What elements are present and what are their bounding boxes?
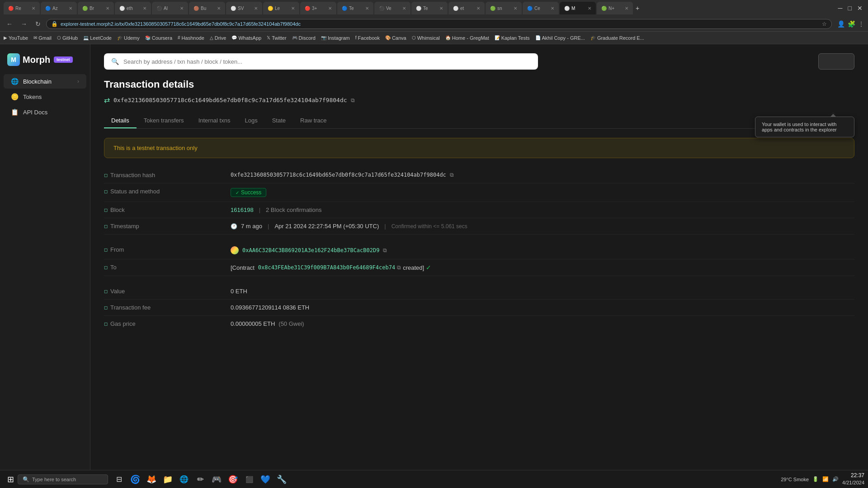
taskbar-search[interactable]: 🔍 Type here to search <box>18 474 108 484</box>
tab-state[interactable]: State <box>265 113 293 128</box>
bookmark-gregmat[interactable]: 🏠 Home - GregMat <box>445 35 489 41</box>
status-badge: ✓ Success <box>231 188 266 197</box>
value-timestamp: 🕐 7 m ago | Apr 21 2024 22:27:54 PM (+05… <box>231 223 854 230</box>
browser-tab-ve[interactable]: ⚫ Ve ✕ <box>374 2 410 14</box>
address-bar[interactable]: 🔒 explorer-testnet.morph2.io/tx/0xfe3213… <box>46 19 832 29</box>
browser-tabs: 🔴 Re ✕ 🔵 Az ✕ 🟢 Br ✕ ⚪ eth ✕ ⚫ Al ✕ 🟤 Bu… <box>4 2 830 14</box>
browser-tab-le[interactable]: 🟡 Le ✕ <box>263 2 299 14</box>
bookmark-youtube[interactable]: ▶ YouTube <box>4 35 28 41</box>
browser-tab-sv[interactable]: ⚪ SV ✕ <box>226 2 262 14</box>
bookmark-facebook[interactable]: f Facebook <box>355 35 380 41</box>
taskbar-app-widgets[interactable]: ⊟ <box>112 472 126 487</box>
twitter-icon: 𝕏 <box>267 35 270 40</box>
taskbar-app-steam[interactable]: 🎯 <box>226 472 240 487</box>
bookmark-coursera[interactable]: 📚 Coursera <box>145 35 172 41</box>
browser-tab-az[interactable]: 🔵 Az ✕ <box>41 2 77 14</box>
forward-button[interactable]: → <box>18 19 30 28</box>
sidebar-item-tokens[interactable]: 🪙 Tokens <box>4 89 86 104</box>
taskbar-app-chrome[interactable]: 🌀 <box>128 472 142 487</box>
api-icon: 📋 <box>11 108 19 116</box>
label-status: ◻ Status and method <box>104 188 231 195</box>
start-button[interactable]: ⊞ <box>4 473 18 486</box>
ts-sep2: | <box>384 223 386 230</box>
extension-icon[interactable]: 🧩 <box>848 20 855 28</box>
search-area: 🔍 <box>104 53 854 70</box>
browser-tab-br[interactable]: 🟢 Br ✕ <box>78 2 114 14</box>
copy-hash-button[interactable]: ⧉ <box>351 97 355 103</box>
taskbar-app-terminal[interactable]: ⬛ <box>242 472 256 487</box>
browser-tab-n[interactable]: 🟢 N+ ✕ <box>597 2 633 14</box>
tab-internal-txns[interactable]: Internal txns <box>191 113 238 128</box>
close-button[interactable]: ✕ <box>855 4 864 13</box>
copy-to-button[interactable]: ⧉ <box>397 264 401 271</box>
maximize-button[interactable]: □ <box>846 4 854 13</box>
connect-wallet-button[interactable] <box>818 53 854 70</box>
sidebar-item-api[interactable]: 📋 API Docs <box>4 105 86 119</box>
bookmark-gmail[interactable]: ✉ Gmail <box>33 35 52 41</box>
bookmark-kaplan[interactable]: 📝 Kaplan Tests <box>495 35 530 41</box>
back-button[interactable]: ← <box>4 19 15 28</box>
star-icon[interactable]: ☆ <box>822 21 827 27</box>
taskbar-app-xbox[interactable]: 🎮 <box>209 472 224 487</box>
gas-gwei-value: (50 Gwei) <box>278 320 304 327</box>
bookmark-akhil[interactable]: 📄 Akhil Copy - GRE... <box>535 35 585 41</box>
taskbar-app-firefox[interactable]: 🦊 <box>144 472 159 487</box>
fee-value: 0.09366771209114 0836 ETH <box>231 304 309 311</box>
browser-tab-te2[interactable]: ⚪ Te ✕ <box>411 2 448 14</box>
from-address-link[interactable]: 0xAA6C32B4C3B869201A3e162F24bBe37BCacB02… <box>242 247 379 253</box>
bookmark-whatsapp[interactable]: 💬 WhatsApp <box>231 35 261 41</box>
tab-logs[interactable]: Logs <box>237 113 264 128</box>
reload-button[interactable]: ↻ <box>33 19 43 28</box>
search-bar[interactable]: 🔍 <box>104 53 538 70</box>
bookmark-instagram[interactable]: 📷 Instagram <box>321 35 350 41</box>
label-timestamp: ◻ Timestamp <box>104 223 231 230</box>
browser-tab-al[interactable]: ⚫ Al ✕ <box>152 2 188 14</box>
browser-tab-eth[interactable]: ⚪ eth ✕ <box>115 2 151 14</box>
settings-icon[interactable]: ⋮ <box>858 20 864 28</box>
clock-time: 22:37 <box>842 472 864 479</box>
search-input[interactable] <box>123 58 531 65</box>
bookmark-drive[interactable]: △ Drive <box>210 35 226 41</box>
taskbar-app-edge[interactable]: 🌐 <box>177 472 191 487</box>
copy-tx-hash-button[interactable]: ⧉ <box>450 172 454 178</box>
hashnode-icon: # <box>178 35 180 40</box>
browser-tab-3[interactable]: 🔴 3+ ✕ <box>300 2 336 14</box>
hash-value-text[interactable]: 0xfe3213608503057718c6c1649bd65e7db0f8c9… <box>231 172 446 178</box>
taskbar-app-vscode2[interactable]: 💙 <box>258 472 273 487</box>
browser-tab-et[interactable]: ⚪ et ✕ <box>448 2 485 14</box>
copy-from-button[interactable]: ⧉ <box>383 247 387 253</box>
block-number-link[interactable]: 1616198 <box>231 206 254 213</box>
browser-tab-bu[interactable]: 🟤 Bu ✕ <box>189 2 225 14</box>
browser-tab-te1[interactable]: 🔵 Te ✕ <box>337 2 373 14</box>
profile-icon[interactable]: 👤 <box>837 20 845 28</box>
ts-sep1: | <box>268 223 269 230</box>
tx-direction-icon: ⇄ <box>104 96 110 104</box>
bookmark-github[interactable]: ⬡ GitHub <box>57 35 78 41</box>
taskbar-app-extra[interactable]: 🔧 <box>274 472 289 487</box>
detail-row-timestamp: ◻ Timestamp 🕐 7 m ago | Apr 21 2024 22:2… <box>104 218 854 235</box>
bookmark-discord[interactable]: 🎮 Discord <box>292 35 316 41</box>
tab-token-transfers[interactable]: Token transfers <box>137 113 191 128</box>
browser-tab-m-active active[interactable]: ⚪ M ✕ <box>560 2 596 14</box>
canva-icon: 🎨 <box>385 35 391 40</box>
bookmark-leetcode[interactable]: 💻 LeetCode <box>83 35 112 41</box>
bookmark-hashnode[interactable]: # Hashnode <box>178 35 204 41</box>
browser-tab-re[interactable]: 🔴 Re ✕ <box>4 2 40 14</box>
browser-tab-sn[interactable]: 🟢 sn ✕ <box>486 2 522 14</box>
sidebar-item-blockchain[interactable]: 🌐 Blockchain › <box>4 74 86 89</box>
bookmark-udemy[interactable]: 🎓 Udemy <box>117 35 140 41</box>
clock-icon: 🕐 <box>231 223 237 230</box>
tab-raw-trace[interactable]: Raw trace <box>293 113 334 128</box>
minimize-button[interactable]: ─ <box>836 4 844 13</box>
taskbar-app-explorer[interactable]: 📁 <box>160 472 175 487</box>
bookmark-gre[interactable]: 🎓 Graduate Record E... <box>590 35 644 41</box>
discord-icon: 🎮 <box>292 35 297 40</box>
new-tab-button[interactable]: + <box>634 4 641 13</box>
taskbar-app-vscode[interactable]: ✏ <box>193 472 208 487</box>
bookmark-twitter[interactable]: 𝕏 Twitter <box>267 35 286 41</box>
tab-details[interactable]: Details <box>104 113 137 128</box>
bookmark-canva[interactable]: 🎨 Canva <box>385 35 406 41</box>
bookmark-whimsical[interactable]: ⬡ Whimsical <box>412 35 440 41</box>
contract-address-link[interactable]: 0x8c43FEAbe31C39f009B7A843b0Fe64689F4ceb… <box>258 264 395 271</box>
browser-tab-ce[interactable]: 🔵 Ce ✕ <box>523 2 559 14</box>
